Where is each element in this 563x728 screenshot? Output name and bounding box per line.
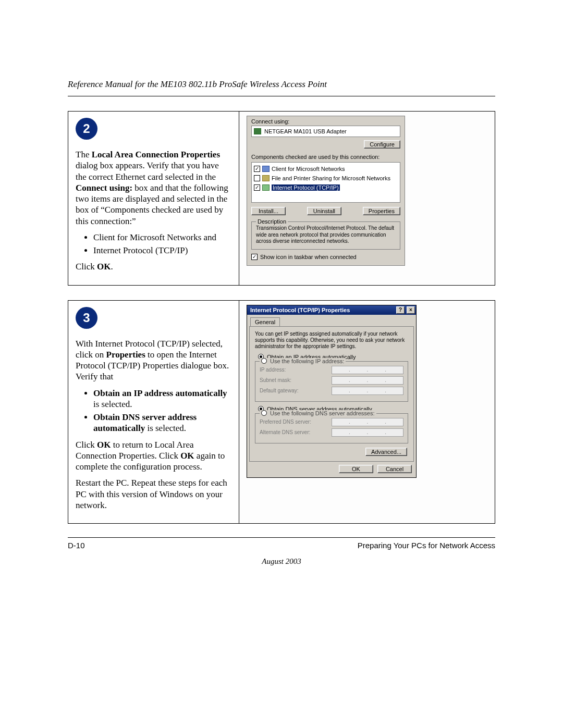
adapter-field[interactable]: NETGEAR MA101 USB Adapter <box>251 126 400 137</box>
static-ip-group: Use the following IP address: IP address… <box>255 361 408 402</box>
step-3-row: 3 With Internet Protocol (TCP/IP) select… <box>68 300 495 524</box>
connect-using-label: Connect using: <box>251 118 400 125</box>
step-3-para-2: Click OK to return to Local Area Connect… <box>76 439 231 473</box>
default-gateway-label: Default gateway: <box>260 388 299 393</box>
alternate-dns-label: Alternate DNS server: <box>260 429 310 435</box>
preferred-dns-field: ... <box>332 418 403 426</box>
subnet-mask-field: ... <box>332 376 403 385</box>
show-icon-checkbox-row[interactable]: Show icon in taskbar when connected <box>251 254 400 260</box>
step-3-para-1: With Internet Protocol (TCP/IP) selected… <box>76 338 231 382</box>
description-fieldset: Description Transmission Control Protoco… <box>251 221 400 250</box>
dialog-title-text: Internet Protocol (TCP/IP) Properties <box>250 307 350 313</box>
checkbox-checked-icon[interactable] <box>251 254 258 260</box>
step-2-badge: 2 <box>76 118 97 140</box>
help-button[interactable]: ? <box>396 306 405 314</box>
component-client-ms[interactable]: Client for Microsoft Networks <box>254 164 398 174</box>
configure-button[interactable]: Configure <box>364 140 400 149</box>
components-label: Components checked are used by this conn… <box>251 154 400 160</box>
tab-general[interactable]: General <box>250 317 280 326</box>
step-3-text-cell: 3 With Internet Protocol (TCP/IP) select… <box>68 301 239 524</box>
client-icon <box>262 166 270 172</box>
step-2-para-2: Click OK. <box>76 261 231 272</box>
ip-address-label: IP address: <box>260 367 286 373</box>
footer-date: August 2003 <box>68 557 495 566</box>
ok-button[interactable]: OK <box>339 465 373 473</box>
subnet-mask-label: Subnet mask: <box>260 377 291 383</box>
component-file-print-sharing[interactable]: File and Printer Sharing for Microsoft N… <box>254 174 398 183</box>
tcpip-selected-label: Internet Protocol (TCP/IP) <box>272 184 340 191</box>
footer-section-title: Preparing Your PCs for Network Access <box>358 541 495 550</box>
close-button[interactable]: × <box>407 306 415 314</box>
description-text: Transmission Control Protocol/Internet P… <box>256 225 396 245</box>
checkbox-unchecked-icon[interactable] <box>254 175 260 181</box>
protocol-icon <box>262 184 270 191</box>
step-2-para-1: The Local Area Connection Properties dia… <box>76 149 231 227</box>
printer-sharing-icon <box>262 175 270 181</box>
components-listbox[interactable]: Client for Microsoft Networks File and P… <box>251 162 400 203</box>
running-header: Reference Manual for the ME103 802.11b P… <box>68 79 495 90</box>
ip-address-field: ... <box>332 366 403 374</box>
step-3-bullet-2: Obtain DNS server address automatically … <box>93 412 231 434</box>
dialog-titlebar: Internet Protocol (TCP/IP) Properties ? … <box>247 305 416 315</box>
adapter-name: NETGEAR MA101 USB Adapter <box>264 128 347 134</box>
step-2-bullet-1: Client for Microsoft Networks and <box>93 232 231 243</box>
network-adapter-icon <box>254 128 261 134</box>
step-3-badge: 3 <box>76 307 97 329</box>
step-3-screenshot-cell: Internet Protocol (TCP/IP) Properties ? … <box>239 301 495 524</box>
lan-properties-window: Connect using: NETGEAR MA101 USB Adapter… <box>247 116 405 266</box>
intro-text: You can get IP settings assigned automat… <box>255 331 408 350</box>
step-2-screenshot-cell: Connect using: NETGEAR MA101 USB Adapter… <box>239 112 495 285</box>
description-legend: Description <box>256 218 288 225</box>
advanced-button[interactable]: Advanced... <box>365 448 407 456</box>
step-3-bullet-1: Obtain an IP address automatically is se… <box>93 388 231 410</box>
step-2-row: 2 The Local Area Connection Properties d… <box>68 111 495 286</box>
radio-use-following-ip[interactable]: Use the following IP address: <box>270 358 344 364</box>
radio-use-following-dns[interactable]: Use the following DNS server addresses: <box>270 410 375 416</box>
step-2-bullet-2: Internet Protocol (TCP/IP) <box>93 245 231 256</box>
step-2-text-cell: 2 The Local Area Connection Properties d… <box>68 112 239 285</box>
tab-strip: General <box>247 315 416 326</box>
install-button[interactable]: Install... <box>251 207 286 215</box>
page-number: D-10 <box>68 541 85 550</box>
preferred-dns-label: Preferred DNS server: <box>260 419 311 425</box>
uninstall-button[interactable]: Uninstall <box>307 207 341 215</box>
header-rule <box>68 96 495 96</box>
static-dns-group: Use the following DNS server addresses: … <box>255 413 408 443</box>
cancel-button[interactable]: Cancel <box>377 465 412 473</box>
step-3-para-3: Restart the PC. Repeat these steps for e… <box>76 477 231 511</box>
default-gateway-field: ... <box>332 387 403 395</box>
alternate-dns-field: ... <box>332 428 403 437</box>
footer-rule <box>68 537 495 538</box>
checkbox-checked-icon[interactable] <box>254 166 260 172</box>
checkbox-checked-icon[interactable] <box>254 184 260 191</box>
tcpip-properties-dialog: Internet Protocol (TCP/IP) Properties ? … <box>247 305 417 478</box>
component-tcpip[interactable]: Internet Protocol (TCP/IP) <box>254 183 398 192</box>
radio-unselected-icon[interactable] <box>261 410 267 416</box>
radio-unselected-icon[interactable] <box>261 358 267 364</box>
properties-button[interactable]: Properties <box>363 207 400 215</box>
